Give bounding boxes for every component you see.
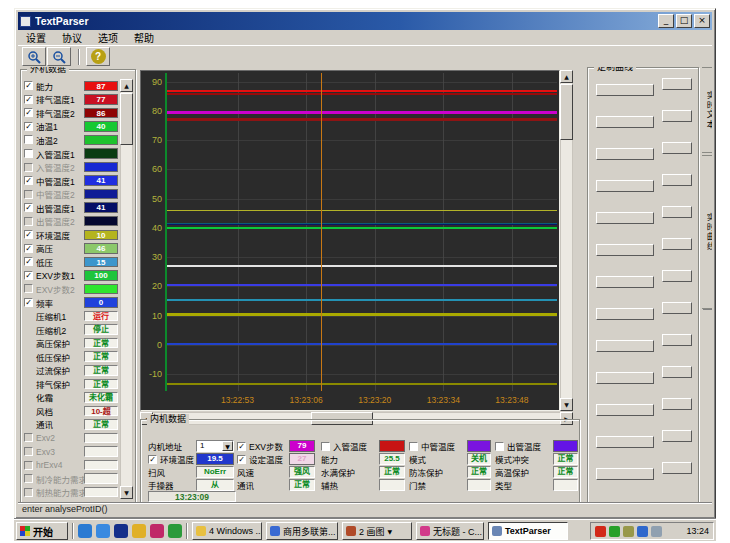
restore-button[interactable]: □ [676,14,692,28]
checkbox[interactable] [24,474,33,483]
custom-curve-slot[interactable] [596,404,654,416]
custom-curve-slot[interactable] [662,462,692,474]
scrollbar-thumb[interactable] [120,93,133,145]
close-button[interactable]: × [694,14,710,28]
checkbox[interactable] [24,190,33,199]
checkbox[interactable]: ✓ [237,455,246,464]
zoom-in-button[interactable] [22,47,46,66]
indoor-address-dropdown[interactable]: 1▼ [196,440,234,452]
custom-curve-slot[interactable] [662,334,692,346]
checkbox[interactable] [409,442,418,451]
status-value: NoErr [196,466,234,478]
printer-icon[interactable] [651,526,662,537]
scroll-up-icon[interactable]: ▲ [560,70,573,83]
folder-icon[interactable] [132,524,146,538]
menu-item[interactable]: 设置 [18,30,54,45]
menu-item[interactable]: 协议 [54,30,90,45]
alert-icon[interactable] [595,526,606,537]
scrollbar-thumb[interactable] [560,84,573,140]
custom-curve-slot[interactable] [596,340,654,352]
start-button[interactable]: 开始 [16,522,68,540]
tab-realtime-text[interactable]: 实时文本 [702,67,712,153]
checkbox[interactable]: ✓ [24,108,33,117]
checkbox[interactable]: ✓ [24,298,33,307]
custom-curve-slot[interactable] [662,366,692,378]
custom-curve-slot[interactable] [662,430,692,442]
custom-curve-slot[interactable] [596,372,654,384]
custom-curve-slot[interactable] [662,78,692,90]
custom-curve-slot[interactable] [662,206,692,218]
custom-curve-slot[interactable] [596,436,654,448]
app-icon[interactable] [114,524,128,538]
custom-curve-slot[interactable] [596,180,654,192]
checkbox[interactable] [495,442,504,451]
custom-curve-slot[interactable] [662,398,692,410]
checkbox[interactable] [24,433,33,442]
checkbox[interactable]: ✓ [148,455,157,464]
checkbox[interactable]: ✓ [24,257,33,266]
messenger-icon[interactable] [637,526,648,537]
custom-curve-slot[interactable] [596,276,654,288]
tab-realtime-curve[interactable]: 实时曲线 [702,155,712,309]
checkbox[interactable] [24,447,33,456]
custom-curve-slot[interactable] [596,308,654,320]
minimize-button[interactable]: _ [658,14,674,28]
checkbox[interactable]: ✓ [24,176,33,185]
help-button[interactable]: ? [86,47,110,66]
checkbox[interactable] [24,284,33,293]
chart-vscrollbar[interactable]: ▲ ▼ [560,70,573,411]
checkbox[interactable] [321,442,330,451]
taskbar-window-button[interactable]: 商用多联第... [266,522,338,540]
checkbox[interactable]: ✓ [24,271,33,280]
custom-curve-slot[interactable] [662,110,692,122]
checkbox[interactable]: ✓ [24,81,33,90]
custom-curve-slot[interactable] [596,84,654,96]
checkbox[interactable]: ✓ [24,230,33,239]
checkbox[interactable] [24,217,33,226]
custom-curve-slot[interactable] [662,270,692,282]
checkbox[interactable] [24,163,33,172]
volume-icon[interactable] [623,526,634,537]
checkbox[interactable] [24,135,33,144]
checkbox[interactable] [24,488,33,497]
custom-curve-slot[interactable] [596,116,654,128]
checkbox[interactable]: ✓ [237,442,246,451]
custom-curve-slot[interactable] [662,174,692,186]
taskbar-window-button[interactable]: 4 Windows ...▼ [192,522,262,540]
checkbox[interactable] [24,461,33,470]
value-chip [84,162,118,173]
custom-curve-slot[interactable] [596,468,654,480]
chart-cursor-line[interactable] [321,73,322,391]
zoom-out-button[interactable] [47,47,71,66]
checkbox[interactable] [24,149,33,158]
custom-curve-slot[interactable] [596,212,654,224]
taskbar-window-button[interactable]: TextParser [488,522,568,540]
chevron-down-icon[interactable]: ▼ [222,441,233,451]
custom-curve-slot[interactable] [662,238,692,250]
status-value: 25.5 [379,453,405,465]
menu-item[interactable]: 帮助 [126,30,162,45]
checkbox[interactable]: ✓ [24,95,33,104]
scroll-up-icon[interactable]: ▲ [120,79,133,92]
taskbar-window-button[interactable]: 无标题 - C... [416,522,484,540]
mail-icon[interactable] [96,524,110,538]
status-value [84,473,118,484]
menu-item[interactable]: 选项 [90,30,126,45]
custom-curve-slot[interactable] [596,244,654,256]
taskbar-window-button[interactable]: 2 画图▼ [342,522,412,540]
title-bar[interactable]: TextParser _ □ × [18,12,712,30]
checkbox[interactable]: ✓ [24,244,33,253]
sidebar-scrollbar[interactable]: ▲ ▼ [120,79,133,499]
scroll-down-icon[interactable]: ▼ [560,398,573,411]
ie-icon[interactable] [78,524,92,538]
checkbox[interactable]: ✓ [24,203,33,212]
tool-icon[interactable] [168,524,182,538]
scroll-down-icon[interactable]: ▼ [120,486,133,499]
media-icon[interactable] [150,524,164,538]
status-value: 正常 [84,419,118,430]
custom-curve-slot[interactable] [596,148,654,160]
checkbox[interactable]: ✓ [24,122,33,131]
network-icon[interactable] [609,526,620,537]
custom-curve-slot[interactable] [662,302,692,314]
custom-curve-slot[interactable] [662,142,692,154]
